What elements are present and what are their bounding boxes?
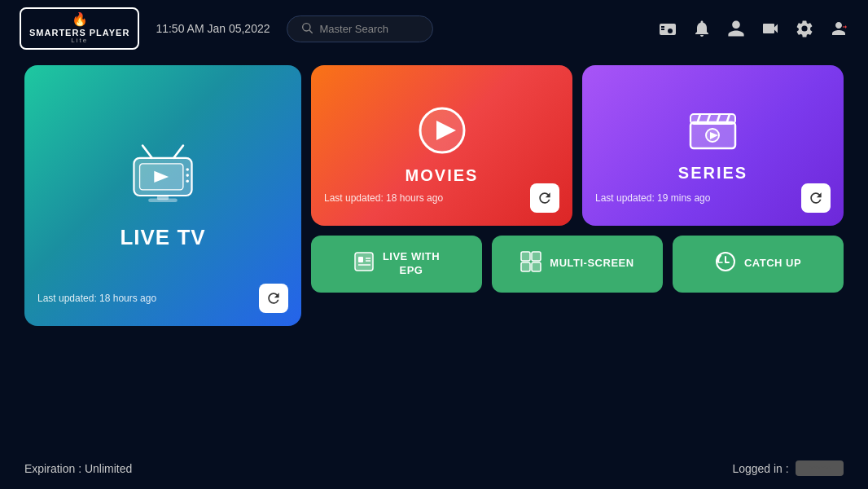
svg-rect-23 bbox=[358, 257, 363, 262]
bottom-cards-row: LIVE WITHEPG MULTI-SCREEN bbox=[311, 236, 844, 327]
live-tv-refresh-button[interactable] bbox=[259, 284, 288, 313]
svg-point-7 bbox=[186, 168, 189, 171]
svg-rect-30 bbox=[532, 262, 541, 271]
live-epg-label: LIVE WITHEPG bbox=[383, 250, 440, 278]
multi-screen-label: MULTI-SCREEN bbox=[550, 257, 633, 271]
svg-point-8 bbox=[186, 174, 189, 177]
main-content: LIVE TV Last updated: 18 hours ago MOVIE… bbox=[0, 57, 868, 334]
footer: Expiration : Unlimited Logged in : •••••… bbox=[24, 460, 844, 476]
logged-in-label: Logged in : bbox=[732, 462, 788, 475]
datetime: 11:50 AM Jan 05,2022 bbox=[156, 22, 270, 35]
brand-lite: Lite bbox=[71, 37, 88, 45]
logged-in-value: •••••• bbox=[796, 460, 844, 476]
svg-rect-11 bbox=[148, 198, 178, 201]
svg-line-1 bbox=[309, 30, 313, 33]
live-tv-title: LIVE TV bbox=[120, 225, 205, 250]
live-tv-updated: Last updated: 18 hours ago bbox=[37, 293, 156, 304]
tv-icon bbox=[126, 143, 199, 212]
svg-rect-22 bbox=[355, 253, 373, 271]
notification-icon[interactable] bbox=[692, 19, 712, 38]
multi-screen-icon bbox=[520, 251, 541, 277]
logged-in-box: Logged in : •••••• bbox=[732, 460, 844, 476]
svg-rect-28 bbox=[532, 252, 541, 261]
catch-up-card[interactable]: CATCH UP bbox=[673, 236, 844, 293]
epg-icon bbox=[353, 251, 375, 277]
live-tv-card[interactable]: LIVE TV Last updated: 18 hours ago bbox=[24, 65, 301, 326]
series-updated: Last updated: 19 mins ago bbox=[595, 192, 710, 204]
header-icons bbox=[658, 19, 848, 38]
movies-updated: Last updated: 18 hours ago bbox=[324, 192, 443, 204]
play-icon bbox=[418, 106, 467, 158]
expiration-text: Expiration : Unlimited bbox=[24, 462, 132, 475]
svg-point-9 bbox=[186, 179, 189, 183]
logo-flame-icon: 🔥 bbox=[72, 12, 88, 27]
series-title: SERIES bbox=[678, 164, 747, 183]
account-switch-icon[interactable] bbox=[829, 19, 848, 38]
series-refresh-button[interactable] bbox=[801, 183, 831, 213]
movies-card[interactable]: MOVIES Last updated: 18 hours ago bbox=[311, 65, 572, 226]
live-epg-card[interactable]: LIVE WITHEPG bbox=[311, 236, 482, 293]
settings-icon[interactable] bbox=[795, 19, 814, 38]
live-tv-bottom: Last updated: 18 hours ago bbox=[37, 284, 288, 313]
multi-screen-card[interactable]: MULTI-SCREEN bbox=[492, 236, 663, 293]
movies-title: MOVIES bbox=[406, 166, 479, 185]
profile-icon[interactable] bbox=[726, 19, 746, 38]
catch-up-label: CATCH UP bbox=[744, 257, 801, 271]
search-input[interactable] bbox=[320, 23, 410, 35]
record-icon[interactable] bbox=[761, 19, 780, 38]
svg-point-0 bbox=[302, 23, 309, 30]
movies-refresh-button[interactable] bbox=[530, 183, 559, 213]
clapperboard-icon bbox=[686, 108, 739, 156]
svg-rect-27 bbox=[521, 252, 530, 261]
svg-line-2 bbox=[142, 145, 152, 157]
radio-icon[interactable] bbox=[658, 19, 677, 38]
catch-up-icon bbox=[715, 251, 736, 277]
movies-bottom: Last updated: 18 hours ago bbox=[324, 183, 559, 213]
svg-rect-29 bbox=[521, 262, 530, 271]
search-icon bbox=[300, 21, 313, 37]
logo: 🔥 SMARTERS PLAYER Lite bbox=[20, 7, 139, 50]
search-bar[interactable] bbox=[287, 15, 433, 42]
header: 🔥 SMARTERS PLAYER Lite 11:50 AM Jan 05,2… bbox=[0, 0, 868, 57]
series-card[interactable]: SERIES Last updated: 19 mins ago bbox=[582, 65, 844, 226]
series-bottom: Last updated: 19 mins ago bbox=[595, 183, 831, 213]
svg-line-3 bbox=[173, 145, 183, 157]
cards-grid: LIVE TV Last updated: 18 hours ago MOVIE… bbox=[24, 65, 844, 326]
